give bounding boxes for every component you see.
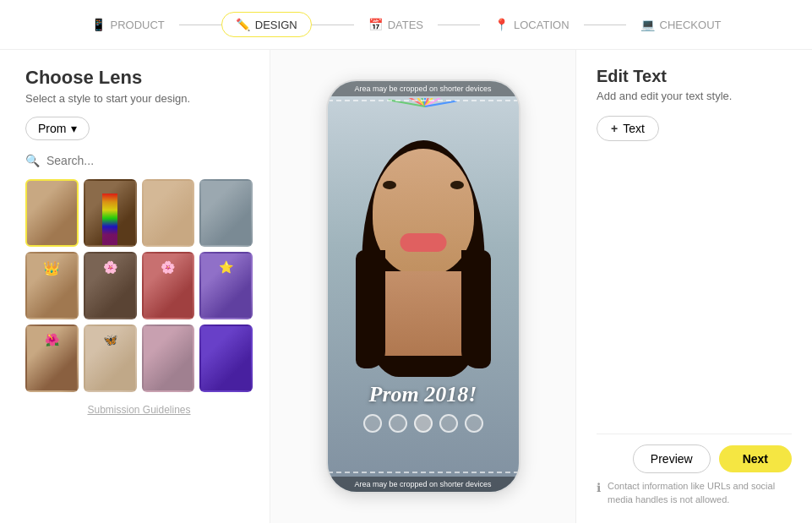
step-design-label: DESIGN: [255, 19, 297, 31]
step-line-4: [584, 25, 626, 25]
info-text: Contact information like URLs and social…: [608, 480, 792, 506]
prom-circle[interactable]: [465, 414, 483, 433]
product-icon: 📱: [91, 18, 106, 31]
main-content: Choose Lens Select a style to start your…: [0, 50, 812, 523]
info-row: ℹ Contact information like URLs and soci…: [597, 480, 792, 506]
submission-guidelines-link[interactable]: Submission Guidelines: [25, 404, 253, 416]
left-panel-title: Choose Lens: [25, 67, 253, 89]
bottom-divider: [597, 434, 792, 434]
location-icon: 📍: [494, 18, 509, 31]
search-icon: 🔍: [25, 154, 40, 167]
prom-circle[interactable]: [439, 414, 458, 433]
phone-dashed-bottom: [328, 472, 519, 473]
lens-item[interactable]: 🌸: [84, 252, 137, 319]
add-text-label: Text: [623, 122, 645, 135]
lens-item[interactable]: 🦋: [84, 324, 137, 392]
lens-item[interactable]: [199, 179, 253, 247]
step-dates-label: DATES: [388, 19, 423, 31]
center-panel: Area may be cropped on shorter devices A…: [270, 50, 575, 523]
lens-item[interactable]: [25, 179, 79, 247]
prom-circle[interactable]: [363, 414, 382, 433]
rainbow-effect: [102, 194, 117, 245]
add-text-button[interactable]: + Text: [597, 116, 659, 141]
edit-text-subtitle: Add and edit your text style.: [597, 90, 792, 102]
search-input[interactable]: [46, 154, 253, 167]
prom-circle-selected[interactable]: [414, 414, 433, 433]
lens-item[interactable]: [199, 324, 253, 392]
right-spacer: [597, 141, 792, 434]
step-line-1: [179, 25, 221, 25]
step-checkout[interactable]: 💻 CHECKOUT: [626, 12, 736, 37]
lens-item[interactable]: [142, 324, 195, 392]
lens-item[interactable]: [142, 179, 195, 247]
left-panel: Choose Lens Select a style to start your…: [0, 50, 270, 523]
search-bar: 🔍: [25, 154, 253, 167]
chevron-down-icon: ▾: [71, 122, 77, 135]
lens-overlay-1: [27, 181, 77, 245]
lens-item[interactable]: 🌺: [25, 324, 79, 392]
prom-title: Prom 2018!: [328, 382, 519, 407]
phone-top-notice: Area may be cropped on shorter devices: [328, 81, 519, 96]
phone-dashed-top: [328, 100, 519, 101]
checkout-icon: 💻: [640, 18, 655, 31]
step-line-2: [312, 25, 354, 25]
lens-item[interactable]: [84, 179, 137, 247]
step-line-3: [438, 25, 480, 25]
prom-text-overlay: Prom 2018!: [328, 382, 519, 433]
category-dropdown[interactable]: Prom ▾: [25, 117, 90, 140]
next-button[interactable]: Next: [719, 445, 792, 472]
step-design[interactable]: ✏️ DESIGN: [221, 12, 312, 37]
lens-item[interactable]: ⭐: [199, 252, 253, 319]
fireworks: [328, 98, 520, 166]
design-icon: ✏️: [236, 18, 250, 31]
info-icon: ℹ: [597, 481, 601, 494]
phone-bottom-notice: Area may be cropped on shorter devices: [328, 477, 519, 492]
step-location[interactable]: 📍 LOCATION: [480, 12, 584, 37]
header: 📱 PRODUCT ✏️ DESIGN 📅 DATES 📍 LOCATION 💻…: [0, 0, 812, 50]
prom-circle[interactable]: [389, 414, 407, 433]
step-product-label: PRODUCT: [111, 19, 165, 31]
lens-grid: 👑 🌸 🌸 ⭐ 🌺 🦋: [25, 179, 253, 392]
action-row: Preview Next: [597, 444, 792, 473]
preview-button[interactable]: Preview: [633, 444, 711, 473]
phone-frame: Area may be cropped on shorter devices A…: [326, 79, 520, 494]
step-dates[interactable]: 📅 DATES: [354, 12, 438, 37]
edit-text-title: Edit Text: [597, 67, 792, 86]
dates-icon: 📅: [368, 18, 383, 31]
prom-circles: [328, 414, 519, 433]
category-dropdown-label: Prom: [38, 122, 66, 135]
left-panel-subtitle: Select a style to start your design.: [25, 92, 253, 105]
step-location-label: LOCATION: [514, 19, 569, 31]
lens-item[interactable]: 👑: [25, 252, 79, 319]
plus-icon: +: [611, 122, 618, 135]
right-panel: Edit Text Add and edit your text style. …: [575, 50, 812, 523]
step-product[interactable]: 📱 PRODUCT: [77, 12, 179, 37]
step-checkout-label: CHECKOUT: [660, 19, 722, 31]
lens-item[interactable]: 🌸: [142, 252, 195, 319]
